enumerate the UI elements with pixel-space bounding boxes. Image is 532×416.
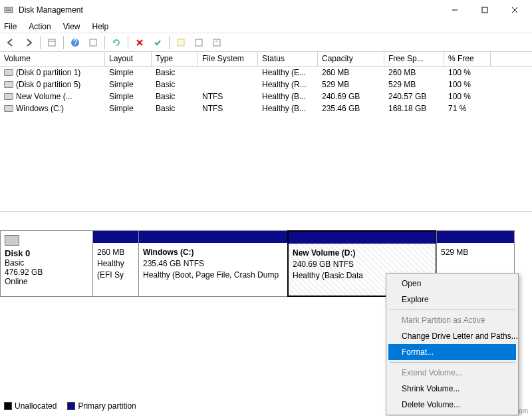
forward-button[interactable] bbox=[21, 35, 37, 51]
menu-item[interactable]: Format... bbox=[388, 344, 516, 360]
disk-name: Disk 0 bbox=[5, 248, 88, 258]
menu-help[interactable]: Help bbox=[91, 21, 110, 33]
cell: New Volume (... bbox=[0, 91, 105, 102]
column-header[interactable]: Volume bbox=[0, 52, 105, 66]
menu-item: Mark Partition as Active bbox=[388, 312, 516, 328]
cell: 100 % bbox=[444, 79, 491, 90]
partition-body: Windows (C:)235.46 GB NTFSHealthy (Boot,… bbox=[139, 243, 287, 296]
svg-text:?: ? bbox=[73, 38, 78, 47]
disk-status: Online bbox=[5, 277, 88, 286]
svg-rect-7 bbox=[49, 39, 55, 46]
menu-file[interactable]: File bbox=[3, 21, 18, 33]
window-title: Disk Management bbox=[19, 5, 440, 15]
partition-header bbox=[139, 231, 287, 243]
table-row[interactable]: New Volume (...SimpleBasicNTFSHealthy (B… bbox=[0, 91, 532, 103]
cell: Healthy (B... bbox=[258, 103, 318, 114]
cell: 168.18 GB bbox=[384, 103, 444, 114]
svg-rect-4 bbox=[482, 7, 487, 13]
cell: 235.46 GB bbox=[318, 103, 384, 114]
column-header[interactable]: Type bbox=[152, 52, 198, 66]
menu-action[interactable]: Action bbox=[27, 21, 52, 33]
cell: 71 % bbox=[444, 103, 491, 114]
cell bbox=[198, 72, 258, 73]
cell: 529 MB bbox=[384, 79, 444, 90]
legend-item: Primary partition bbox=[67, 401, 136, 411]
help-icon[interactable]: ? bbox=[67, 35, 83, 51]
toolbar-icon[interactable] bbox=[209, 35, 225, 51]
delete-icon[interactable] bbox=[132, 35, 148, 51]
drive-icon bbox=[4, 69, 13, 76]
cell: (Disk 0 partition 1) bbox=[0, 67, 105, 78]
cell: Healthy (R... bbox=[258, 79, 318, 90]
cell: 240.69 GB bbox=[318, 91, 384, 102]
partition-header bbox=[437, 231, 514, 243]
cell: 529 MB bbox=[318, 79, 384, 90]
cell: Healthy (E... bbox=[258, 67, 318, 78]
column-header[interactable]: File System bbox=[198, 52, 258, 66]
cell: (Disk 0 partition 5) bbox=[0, 79, 105, 90]
partition-header bbox=[289, 232, 436, 244]
cell: Basic bbox=[152, 103, 198, 114]
menu-item[interactable]: Explore bbox=[388, 292, 516, 308]
close-button[interactable] bbox=[499, 0, 529, 20]
disk-management-icon bbox=[3, 4, 15, 16]
menubar: File Action View Help bbox=[0, 20, 532, 33]
cell: Simple bbox=[105, 67, 152, 78]
column-header[interactable]: Capacity bbox=[318, 52, 384, 66]
cell: Simple bbox=[105, 91, 152, 102]
disk-label[interactable]: Disk 0 Basic 476.92 GB Online bbox=[0, 230, 93, 297]
disk-size: 476.92 GB bbox=[5, 268, 88, 277]
cell: Basic bbox=[152, 67, 198, 78]
check-icon[interactable] bbox=[150, 35, 166, 51]
cell: Basic bbox=[152, 79, 198, 90]
cell: Simple bbox=[105, 103, 152, 114]
toolbar-icon[interactable] bbox=[44, 35, 60, 51]
volume-list: Volume Layout Type File System Status Ca… bbox=[0, 52, 532, 212]
titlebar: Disk Management bbox=[0, 0, 532, 20]
volume-list-header: Volume Layout Type File System Status Ca… bbox=[0, 52, 532, 67]
cell: Basic bbox=[152, 91, 198, 102]
menu-item[interactable]: Change Drive Letter and Paths... bbox=[388, 328, 516, 344]
svg-rect-1 bbox=[6, 9, 11, 9]
table-row[interactable]: Windows (C:)SimpleBasicNTFSHealthy (B...… bbox=[0, 103, 532, 114]
cell: 260 MB bbox=[384, 67, 444, 78]
cell: 100 % bbox=[444, 67, 491, 78]
partition-header bbox=[93, 231, 138, 243]
toolbar-icon[interactable] bbox=[191, 35, 207, 51]
back-button[interactable] bbox=[3, 35, 19, 51]
disk-device-icon bbox=[5, 235, 19, 246]
column-header[interactable]: Status bbox=[258, 52, 318, 66]
legend-item: Unallocated bbox=[4, 401, 57, 411]
menu-separator bbox=[390, 310, 515, 310]
drive-icon bbox=[4, 81, 13, 88]
menu-item: Extend Volume... bbox=[388, 365, 516, 381]
column-header[interactable]: Layout bbox=[105, 52, 152, 66]
svg-rect-14 bbox=[178, 39, 184, 46]
cell bbox=[198, 84, 258, 85]
drive-icon bbox=[4, 93, 13, 100]
cell: NTFS bbox=[198, 103, 258, 114]
partition-box[interactable]: Windows (C:)235.46 GB NTFSHealthy (Boot,… bbox=[138, 230, 288, 297]
partition-box[interactable]: 260 MBHealthy (EFI Sy bbox=[92, 230, 139, 297]
toolbar-icon[interactable] bbox=[173, 35, 189, 51]
partition-body: 260 MBHealthy (EFI Sy bbox=[93, 243, 138, 296]
cell: 260 MB bbox=[318, 67, 384, 78]
minimize-button[interactable] bbox=[440, 0, 469, 20]
column-header[interactable]: Free Sp... bbox=[384, 52, 444, 66]
menu-item[interactable]: Open bbox=[388, 276, 516, 292]
toolbar-icon[interactable] bbox=[85, 35, 101, 51]
cell: 100 % bbox=[444, 91, 491, 102]
menu-view[interactable]: View bbox=[62, 21, 82, 33]
table-row[interactable]: (Disk 0 partition 5)SimpleBasicHealthy (… bbox=[0, 79, 532, 91]
column-header[interactable]: % Free bbox=[444, 52, 491, 66]
svg-rect-15 bbox=[196, 39, 202, 46]
maximize-button[interactable] bbox=[469, 0, 499, 20]
swatch-icon bbox=[4, 402, 12, 410]
svg-rect-2 bbox=[6, 10, 11, 11]
table-row[interactable]: (Disk 0 partition 1)SimpleBasicHealthy (… bbox=[0, 67, 532, 79]
menu-item[interactable]: Delete Volume... bbox=[388, 397, 516, 413]
menu-item[interactable]: Shrink Volume... bbox=[388, 381, 516, 397]
legend: Unallocated Primary partition bbox=[4, 401, 136, 411]
refresh-icon[interactable] bbox=[108, 35, 124, 51]
disk-type: Basic bbox=[5, 258, 88, 268]
